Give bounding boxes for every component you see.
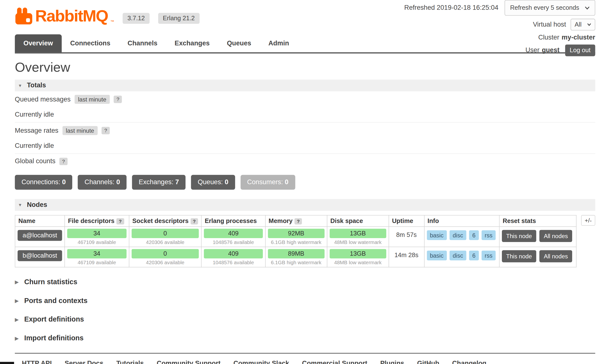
node-name-cell: a@localhost xyxy=(15,227,65,247)
memory-strategy-badge: rss xyxy=(482,230,496,240)
version-badge: 3.7.12 xyxy=(123,13,150,24)
totals-section-toggle[interactable]: ▼ Totals xyxy=(15,80,595,91)
reset-this-node-button[interactable]: This node xyxy=(502,230,536,242)
tab-connections[interactable]: Connections xyxy=(62,34,119,52)
cluster-row: Cluster my-cluster xyxy=(538,34,595,41)
message-rates-window-badge[interactable]: last minute xyxy=(62,126,98,135)
footer-link-changelog[interactable]: Changelog xyxy=(452,360,486,364)
rabbitmq-rabbit-icon xyxy=(15,7,33,25)
nodes-body: Name File descriptors? Socket descriptor… xyxy=(15,215,595,267)
refresh-interval-value: Refresh every 5 seconds xyxy=(510,4,579,11)
node-type-badge: disc xyxy=(450,230,466,240)
cores-badge: 6 xyxy=(469,230,479,240)
user-label: User xyxy=(526,46,539,54)
erlang-processes-cell: 409 1048576 available xyxy=(201,247,265,267)
reset-all-nodes-button[interactable]: All nodes xyxy=(539,250,572,263)
count-value: 7 xyxy=(175,178,179,186)
memory-meter: 89MB xyxy=(268,249,324,258)
info-cell: basic disc 6 rss xyxy=(424,227,499,247)
node-name-cell: b@localhost xyxy=(15,247,65,267)
tab-admin[interactable]: Admin xyxy=(260,34,298,52)
virtual-host-row: Virtual host All xyxy=(533,19,595,30)
col-name: Name xyxy=(15,215,65,226)
channels-count-badge: Channels: 0 xyxy=(78,175,127,190)
footer-link-community-slack[interactable]: Community Slack xyxy=(233,360,289,364)
col-socket-descriptors: Socket descriptors? xyxy=(129,215,201,226)
stats-level-badge: basic xyxy=(427,230,447,240)
connections-count-badge: Connections: 0 xyxy=(15,175,72,190)
col-info: Info xyxy=(424,215,499,226)
refresh-interval-select[interactable]: Refresh every 5 seconds xyxy=(505,0,595,16)
disk-space-watermark: 48MB low watermark xyxy=(330,260,386,265)
reset-stats-cell: This node All nodes xyxy=(499,247,576,267)
column-toggle-button[interactable]: +/- xyxy=(581,215,595,226)
node-name-badge[interactable]: a@localhost xyxy=(18,230,62,241)
chevron-down-icon xyxy=(587,23,591,26)
nodes-section-toggle[interactable]: ▼ Nodes xyxy=(15,199,595,211)
global-counts-help-icon[interactable]: ? xyxy=(59,158,68,165)
col-memory: Memory? xyxy=(265,215,327,226)
disk-space-meter: 13GB xyxy=(330,229,386,238)
memory-help-icon[interactable]: ? xyxy=(294,218,302,224)
virtual-host-select[interactable]: All xyxy=(571,19,595,30)
socket-descriptors-available: 420306 available xyxy=(132,239,199,245)
logout-button[interactable]: Log out xyxy=(565,44,595,56)
socket-descriptors-cell: 0 420306 available xyxy=(129,247,201,267)
footer-link-github[interactable]: GitHub xyxy=(417,360,439,364)
user-row: User guest Log out xyxy=(526,44,595,56)
footer-link-plugins[interactable]: Plugins xyxy=(380,360,404,364)
disk-space-cell: 13GB 48MB low watermark xyxy=(327,247,389,267)
col-reset-stats: Reset stats xyxy=(499,215,576,226)
rabbitmq-logo[interactable]: RabbitMQ ™ xyxy=(15,7,114,25)
queued-messages-help-icon[interactable]: ? xyxy=(114,96,122,103)
expand-icon: ▶ xyxy=(15,335,19,341)
reset-all-nodes-button[interactable]: All nodes xyxy=(539,230,572,242)
queued-messages-label: Queued messages xyxy=(15,95,71,103)
tab-channels[interactable]: Channels xyxy=(119,34,166,52)
count-value: 0 xyxy=(225,178,228,186)
footer-link-commercial-support[interactable]: Commercial Support xyxy=(302,360,367,364)
section-ports-and-contexts[interactable]: ▶ Ports and contexts xyxy=(15,297,595,305)
message-rates-help-icon[interactable]: ? xyxy=(102,127,110,134)
consumers-count-badge: Consumers: 0 xyxy=(240,175,295,190)
tab-exchanges[interactable]: Exchanges xyxy=(166,34,218,52)
footer-link-server-docs[interactable]: Server Docs xyxy=(65,360,103,364)
nodes-section-title: Nodes xyxy=(27,201,47,209)
section-import-definitions[interactable]: ▶ Import definitions xyxy=(15,334,595,343)
uptime-cell: 8m 57s xyxy=(389,227,424,247)
memory-watermark: 6.1GB high watermark xyxy=(268,260,324,265)
trademark-symbol: ™ xyxy=(110,20,114,24)
tab-queues[interactable]: Queues xyxy=(218,34,260,52)
global-counts-row: Global counts ? xyxy=(15,154,595,169)
memory-cell: 89MB 6.1GB high watermark xyxy=(265,247,327,267)
section-export-definitions[interactable]: ▶ Export definitions xyxy=(15,315,595,324)
footer-link-http-api[interactable]: HTTP API xyxy=(22,360,52,364)
collapse-icon: ▼ xyxy=(18,202,22,207)
viewport: RabbitMQ ™ 3.7.12 Erlang 21.2 Refreshed … xyxy=(0,0,600,364)
footer-link-community-support[interactable]: Community Support xyxy=(157,360,220,364)
reset-this-node-button[interactable]: This node xyxy=(502,250,536,263)
cluster-label: Cluster xyxy=(538,34,559,41)
footer-link-tutorials[interactable]: Tutorials xyxy=(116,360,144,364)
tab-overview[interactable]: Overview xyxy=(15,34,62,52)
message-rates-row: Message rates last minute ? xyxy=(15,122,595,139)
node-name-badge[interactable]: b@localhost xyxy=(18,250,62,261)
erlang-version-badge: Erlang 21.2 xyxy=(158,13,199,24)
col-file-descriptors: File descriptors? xyxy=(65,215,129,226)
file-descriptors-available: 467109 available xyxy=(67,260,126,265)
rabbitmq-management-page: RabbitMQ ™ 3.7.12 Erlang 21.2 Refreshed … xyxy=(0,0,600,364)
queued-messages-window-badge[interactable]: last minute xyxy=(74,95,110,104)
section-churn-statistics[interactable]: ▶ Churn statistics xyxy=(15,278,595,286)
global-counts-label: Global counts xyxy=(15,157,55,165)
disk-space-watermark: 48MB low watermark xyxy=(330,239,386,245)
count-value: 0 xyxy=(285,178,289,186)
file-descriptors-help-icon[interactable]: ? xyxy=(116,218,124,224)
disk-space-cell: 13GB 48MB low watermark xyxy=(327,227,389,247)
nodes-section: ▼ Nodes Name File descriptors? Socket de… xyxy=(15,199,595,267)
queues-count-badge: Queues: 0 xyxy=(191,175,235,190)
count-value: 0 xyxy=(116,178,120,186)
socket-descriptors-help-icon[interactable]: ? xyxy=(190,218,198,224)
section-label: Export definitions xyxy=(24,315,84,324)
stats-level-badge: basic xyxy=(427,251,447,260)
message-rates-status: Currently idle xyxy=(15,142,54,150)
